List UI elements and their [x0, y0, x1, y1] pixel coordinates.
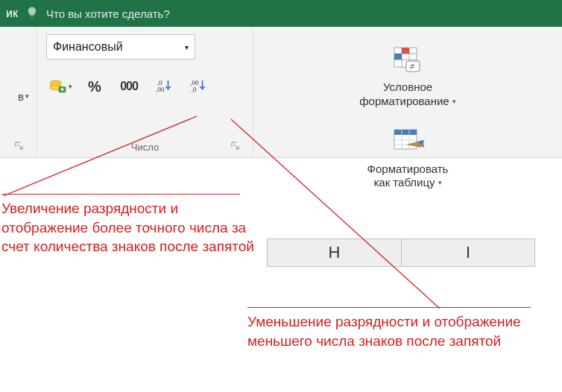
percent-icon: % — [88, 78, 101, 95]
svg-rect-15 — [394, 54, 402, 60]
annotation-increase-text: Увеличение разрядности и отображение бол… — [1, 199, 255, 256]
svg-point-4 — [61, 88, 64, 91]
thousands-icon: 000 — [120, 80, 138, 93]
conditional-formatting-icon: ≠ — [390, 42, 426, 78]
dialog-launcher-icon[interactable] — [230, 141, 241, 151]
svg-text:,0: ,0 — [157, 79, 162, 86]
svg-text:,00: ,00 — [190, 79, 199, 86]
number-format-value: Финансовый — [53, 40, 123, 54]
column-header-i[interactable]: I — [401, 238, 535, 267]
annotation-increase-decimal: Увеличение разрядности и отображение бол… — [1, 194, 255, 256]
lightbulb-icon — [25, 6, 39, 22]
percent-style-button[interactable]: % — [83, 75, 107, 98]
format-as-table-label-1: Форматировать — [367, 162, 449, 177]
tell-me-input[interactable]: Что вы хотите сделать? — [46, 7, 170, 20]
format-as-table-icon — [390, 124, 426, 159]
title-bar: ик Что вы хотите сделать? — [0, 0, 562, 27]
conditional-formatting-button[interactable]: ≠ Условное форматирование ▾ — [261, 31, 555, 109]
ribbon-group-styles: ≠ Условное форматирование ▾ — [253, 27, 562, 157]
chevron-down-icon: ▾ — [69, 83, 72, 90]
group-label-number: Число — [131, 142, 159, 153]
annotation-decrease-decimal: Уменьшение разрядности и отображение мен… — [247, 307, 546, 350]
decrease-decimal-button[interactable]: ,00 ,0 — [186, 75, 209, 98]
format-as-table-label-2: как таблицу — [373, 176, 435, 190]
number-format-combo[interactable]: Финансовый ▾ — [46, 34, 195, 60]
ribbon: в▾ Финансовый ▾ — [0, 27, 562, 158]
column-headers: H I — [267, 238, 562, 267]
format-as-table-button[interactable]: Форматировать как таблицу ▾ — [261, 113, 555, 191]
increase-decimal-button[interactable]: ,0 ,00 — [151, 75, 175, 98]
chevron-down-icon: ▾ — [452, 98, 456, 106]
tab-fragment: ик — [6, 7, 18, 20]
accounting-format-button[interactable]: ▾ — [48, 75, 72, 98]
conditional-formatting-label-2: форматирование — [359, 95, 449, 109]
ribbon-group-number: Финансовый ▾ ▾ % — [37, 27, 253, 157]
annotation-decrease-text: Уменьшение разрядности и отображение мен… — [247, 312, 546, 350]
ribbon-group-partial: в▾ — [0, 27, 37, 157]
dialog-launcher-icon[interactable] — [14, 141, 25, 151]
svg-text:≠: ≠ — [410, 61, 415, 72]
svg-text:,0: ,0 — [192, 86, 197, 93]
conditional-formatting-label-1: Условное — [383, 80, 432, 95]
column-header-h[interactable]: H — [267, 238, 401, 267]
chevron-down-icon: ▾ — [438, 179, 442, 187]
svg-text:,00: ,00 — [156, 86, 165, 93]
svg-rect-19 — [394, 130, 417, 135]
svg-rect-14 — [402, 48, 409, 54]
partial-dropdown[interactable]: в▾ — [4, 86, 29, 106]
chevron-down-icon: ▾ — [185, 43, 189, 51]
comma-style-button[interactable]: 000 — [117, 75, 141, 98]
